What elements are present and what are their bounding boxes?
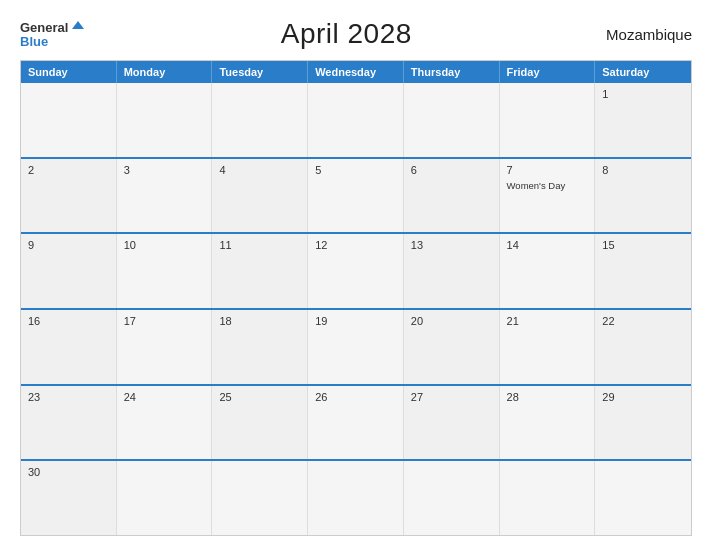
calendar-cell-r3-c3: 19 (308, 310, 404, 384)
header-thursday: Thursday (404, 61, 500, 83)
day-number: 9 (28, 239, 109, 251)
calendar-row-0: 1 (21, 83, 691, 157)
calendar-cell-r1-c1: 3 (117, 159, 213, 233)
calendar-cell-r4-c0: 23 (21, 386, 117, 460)
calendar-cell-r3-c0: 16 (21, 310, 117, 384)
day-number: 20 (411, 315, 492, 327)
calendar-cell-r3-c2: 18 (212, 310, 308, 384)
logo-blue-text: Blue (20, 35, 48, 48)
calendar-cell-r2-c3: 12 (308, 234, 404, 308)
day-number: 27 (411, 391, 492, 403)
calendar-cell-r4-c5: 28 (500, 386, 596, 460)
day-number: 26 (315, 391, 396, 403)
calendar-title: April 2028 (281, 18, 412, 50)
calendar-row-4: 23242526272829 (21, 384, 691, 460)
calendar-cell-r3-c4: 20 (404, 310, 500, 384)
calendar-row-5: 30 (21, 459, 691, 535)
day-number: 10 (124, 239, 205, 251)
day-number: 1 (602, 88, 684, 100)
calendar: Sunday Monday Tuesday Wednesday Thursday… (20, 60, 692, 536)
page: General Blue April 2028 Mozambique Sunda… (0, 0, 712, 550)
calendar-cell-r4-c3: 26 (308, 386, 404, 460)
header-monday: Monday (117, 61, 213, 83)
calendar-cell-r0-c6: 1 (595, 83, 691, 157)
calendar-cell-r0-c2 (212, 83, 308, 157)
svg-marker-0 (72, 21, 84, 29)
calendar-cell-r3-c5: 21 (500, 310, 596, 384)
day-number: 29 (602, 391, 684, 403)
calendar-cell-r2-c0: 9 (21, 234, 117, 308)
day-number: 30 (28, 466, 109, 478)
calendar-cell-r2-c2: 11 (212, 234, 308, 308)
calendar-row-1: 234567Women's Day8 (21, 157, 691, 233)
day-number: 18 (219, 315, 300, 327)
calendar-cell-r4-c4: 27 (404, 386, 500, 460)
day-number: 15 (602, 239, 684, 251)
day-number: 24 (124, 391, 205, 403)
calendar-row-3: 16171819202122 (21, 308, 691, 384)
logo-general-text: General (20, 21, 68, 34)
calendar-cell-r5-c2 (212, 461, 308, 535)
calendar-cell-r5-c1 (117, 461, 213, 535)
logo: General Blue (20, 21, 86, 48)
day-number: 6 (411, 164, 492, 176)
calendar-cell-r5-c4 (404, 461, 500, 535)
calendar-cell-r3-c6: 22 (595, 310, 691, 384)
calendar-cell-r5-c5 (500, 461, 596, 535)
calendar-cell-r1-c2: 4 (212, 159, 308, 233)
calendar-cell-r2-c1: 10 (117, 234, 213, 308)
day-number: 2 (28, 164, 109, 176)
day-number: 7 (507, 164, 588, 176)
calendar-cell-r2-c4: 13 (404, 234, 500, 308)
day-number: 13 (411, 239, 492, 251)
calendar-header: Sunday Monday Tuesday Wednesday Thursday… (21, 61, 691, 83)
header: General Blue April 2028 Mozambique (20, 18, 692, 50)
calendar-cell-r1-c3: 5 (308, 159, 404, 233)
day-number: 23 (28, 391, 109, 403)
calendar-cell-r3-c1: 17 (117, 310, 213, 384)
calendar-cell-r0-c1 (117, 83, 213, 157)
day-number: 8 (602, 164, 684, 176)
day-number: 17 (124, 315, 205, 327)
day-number: 21 (507, 315, 588, 327)
calendar-cell-r0-c5 (500, 83, 596, 157)
calendar-cell-r4-c1: 24 (117, 386, 213, 460)
header-friday: Friday (500, 61, 596, 83)
calendar-cell-r2-c6: 15 (595, 234, 691, 308)
day-number: 3 (124, 164, 205, 176)
day-event: Women's Day (507, 180, 588, 191)
calendar-body: 1234567Women's Day8910111213141516171819… (21, 83, 691, 535)
header-tuesday: Tuesday (212, 61, 308, 83)
day-number: 28 (507, 391, 588, 403)
day-number: 4 (219, 164, 300, 176)
calendar-cell-r0-c4 (404, 83, 500, 157)
calendar-cell-r5-c6 (595, 461, 691, 535)
calendar-cell-r5-c0: 30 (21, 461, 117, 535)
logo-flag-icon (70, 19, 86, 35)
day-number: 19 (315, 315, 396, 327)
day-number: 5 (315, 164, 396, 176)
calendar-cell-r1-c4: 6 (404, 159, 500, 233)
calendar-cell-r2-c5: 14 (500, 234, 596, 308)
header-wednesday: Wednesday (308, 61, 404, 83)
calendar-cell-r0-c0 (21, 83, 117, 157)
calendar-cell-r1-c6: 8 (595, 159, 691, 233)
country-label: Mozambique (606, 26, 692, 43)
calendar-cell-r0-c3 (308, 83, 404, 157)
day-number: 12 (315, 239, 396, 251)
day-number: 16 (28, 315, 109, 327)
calendar-row-2: 9101112131415 (21, 232, 691, 308)
day-number: 14 (507, 239, 588, 251)
day-number: 25 (219, 391, 300, 403)
calendar-cell-r1-c5: 7Women's Day (500, 159, 596, 233)
calendar-cell-r4-c6: 29 (595, 386, 691, 460)
calendar-cell-r5-c3 (308, 461, 404, 535)
header-saturday: Saturday (595, 61, 691, 83)
header-sunday: Sunday (21, 61, 117, 83)
day-number: 22 (602, 315, 684, 327)
calendar-cell-r1-c0: 2 (21, 159, 117, 233)
calendar-cell-r4-c2: 25 (212, 386, 308, 460)
day-number: 11 (219, 239, 300, 251)
